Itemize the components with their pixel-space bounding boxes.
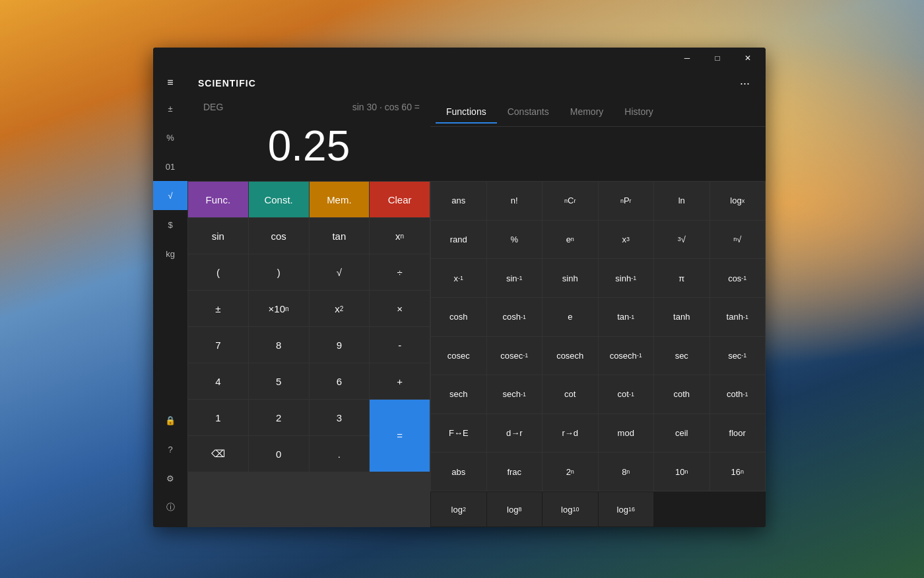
divide-button[interactable]: ÷	[370, 254, 430, 290]
tab-memory[interactable]: Memory	[560, 101, 614, 124]
dtor-button[interactable]: d→r	[487, 414, 543, 452]
acosech-button[interactable]: cosech-1	[599, 337, 654, 375]
ceil-button[interactable]: ceil	[654, 414, 710, 452]
acoth-button[interactable]: coth-1	[710, 375, 766, 414]
sidebar-item-info[interactable]: ⓘ	[153, 493, 187, 522]
5-button[interactable]: 5	[249, 363, 309, 399]
xn-button[interactable]: xn	[370, 218, 430, 254]
nrt-button[interactable]: n√	[710, 221, 766, 259]
sidebar-item-settings[interactable]: ⚙	[153, 464, 187, 493]
acosec-button[interactable]: cosec-1	[487, 337, 543, 375]
asec-button[interactable]: sec-1	[710, 337, 766, 375]
sidebar-item-percent[interactable]: %	[153, 123, 187, 152]
ln-button[interactable]: ln	[654, 182, 710, 220]
func-button[interactable]: Func.	[188, 182, 248, 217]
minimize-button[interactable]: ─	[672, 48, 702, 69]
frac-button[interactable]: frac	[487, 452, 543, 491]
e-button[interactable]: e	[543, 298, 598, 336]
floor-button[interactable]: floor	[710, 414, 766, 452]
16n-button[interactable]: 16n	[710, 452, 766, 491]
menu-button[interactable]: ≡	[153, 71, 187, 94]
equals-button[interactable]: =	[370, 400, 430, 472]
tanh-button[interactable]: tanh	[654, 298, 710, 336]
tab-functions[interactable]: Functions	[436, 101, 497, 124]
log10-button[interactable]: log10	[543, 492, 598, 526]
8n-button[interactable]: 8n	[599, 452, 654, 491]
log16-button[interactable]: log16	[599, 492, 654, 526]
4-button[interactable]: 4	[188, 363, 248, 399]
pi-button[interactable]: π	[654, 259, 710, 297]
sinh-button[interactable]: sinh	[543, 259, 598, 297]
acot-button[interactable]: cot-1	[599, 375, 654, 414]
mod-button[interactable]: mod	[599, 414, 654, 452]
cot-button[interactable]: cot	[543, 375, 598, 414]
sidebar-item-help[interactable]: ?	[153, 435, 187, 464]
sidebar-item-binary[interactable]: 01	[153, 152, 187, 181]
cosec-button[interactable]: cosec	[431, 337, 486, 375]
sidebar-item-currency[interactable]: $	[153, 210, 187, 239]
asin-button[interactable]: sin-1	[487, 259, 543, 297]
cbrt-button[interactable]: 3√	[654, 221, 710, 259]
sidebar-item-unit[interactable]: kg	[153, 239, 187, 268]
mem-button[interactable]: Mem.	[310, 182, 370, 217]
9-button[interactable]: 9	[310, 327, 370, 363]
tan-button[interactable]: tan	[310, 218, 370, 254]
sidebar-item-scientific[interactable]: √	[153, 181, 187, 210]
sidebar-item-lock[interactable]: 🔒	[153, 406, 187, 435]
rtod-button[interactable]: r→d	[543, 414, 598, 452]
sqrt-button[interactable]: √	[310, 254, 370, 290]
ftoe-button[interactable]: F↔E	[431, 414, 486, 452]
ncr-button[interactable]: nCr	[543, 182, 598, 220]
0-button[interactable]: 0	[249, 436, 309, 472]
xinv-button[interactable]: x-1	[431, 259, 486, 297]
8-button[interactable]: 8	[249, 327, 309, 363]
sec-button[interactable]: sec	[654, 337, 710, 375]
atanh-button[interactable]: tanh-1	[710, 298, 766, 336]
sidebar-item-plusminus[interactable]: ±	[153, 94, 187, 123]
npr-button[interactable]: nPr	[599, 182, 654, 220]
logx-button[interactable]: logx	[710, 182, 766, 220]
cosh-button[interactable]: cosh	[431, 298, 486, 336]
x3-button[interactable]: x3	[599, 221, 654, 259]
multiply-button[interactable]: ×	[370, 291, 430, 326]
sin-button[interactable]: sin	[188, 218, 248, 254]
rparen-button[interactable]: )	[249, 254, 309, 290]
abs-button[interactable]: abs	[431, 452, 486, 491]
sech-button[interactable]: sech	[431, 375, 486, 414]
cos-button[interactable]: cos	[249, 218, 309, 254]
percent-fn-button[interactable]: %	[487, 221, 543, 259]
backspace-button[interactable]: ⌫	[188, 436, 248, 472]
coth-button[interactable]: coth	[654, 375, 710, 414]
x10n-button[interactable]: ×10n	[249, 291, 309, 326]
10n-button[interactable]: 10n	[654, 452, 710, 491]
3-button[interactable]: 3	[310, 400, 370, 435]
1-button[interactable]: 1	[188, 400, 248, 435]
ans-button[interactable]: ans	[431, 182, 486, 220]
dot-button[interactable]: .	[310, 436, 370, 472]
acosh-button[interactable]: cosh-1	[487, 298, 543, 336]
x2-button[interactable]: x2	[310, 291, 370, 326]
minus-button[interactable]: -	[370, 327, 430, 363]
tab-constants[interactable]: Constants	[497, 101, 560, 124]
rand-button[interactable]: rand	[431, 221, 486, 259]
2-button[interactable]: 2	[249, 400, 309, 435]
factorial-button[interactable]: n!	[487, 182, 543, 220]
log2-button[interactable]: log2	[431, 492, 486, 526]
lparen-button[interactable]: (	[188, 254, 248, 290]
maximize-button[interactable]: □	[702, 48, 733, 69]
atan-button[interactable]: tan-1	[599, 298, 654, 336]
cosech-button[interactable]: cosech	[543, 337, 598, 375]
tab-history[interactable]: History	[614, 101, 664, 124]
asech-button[interactable]: sech-1	[487, 375, 543, 414]
acos-button[interactable]: cos-1	[710, 259, 766, 297]
const-button[interactable]: Const.	[249, 182, 309, 217]
plus-button[interactable]: +	[370, 363, 430, 399]
en-button[interactable]: en	[543, 221, 598, 259]
clear-button[interactable]: Clear	[370, 182, 430, 217]
plusminus-button[interactable]: ±	[188, 291, 248, 326]
more-options-button[interactable]: ···	[735, 74, 755, 93]
close-button[interactable]: ✕	[733, 48, 763, 69]
7-button[interactable]: 7	[188, 327, 248, 363]
log8-button[interactable]: log8	[487, 492, 543, 526]
6-button[interactable]: 6	[310, 363, 370, 399]
